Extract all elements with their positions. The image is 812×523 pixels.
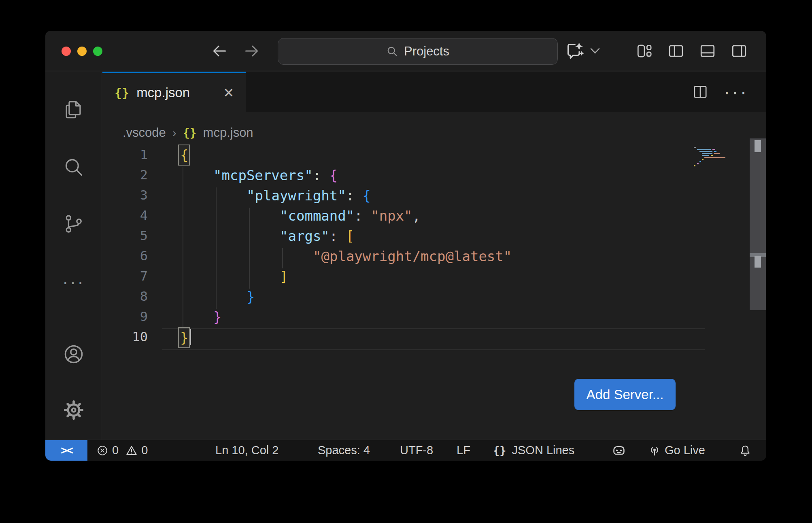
tab-bar[interactable]: {} mcp.json × ··· — [102, 72, 766, 112]
encoding-label: UTF-8 — [400, 444, 433, 457]
code-line[interactable]: 1{ — [102, 147, 766, 167]
search-label: Projects — [404, 44, 449, 59]
breadcrumb-folder[interactable]: .vscode — [123, 125, 166, 140]
code-line[interactable]: 8} — [102, 289, 766, 309]
arrow-left-icon — [210, 42, 228, 60]
eol-label: LF — [457, 444, 470, 457]
split-editor-icon — [692, 84, 708, 100]
minimap-line — [697, 163, 699, 164]
code-line[interactable]: 9} — [102, 309, 766, 329]
remote-icon: >< — [61, 444, 72, 457]
chevron-down-icon — [590, 46, 600, 56]
minimap-line — [714, 153, 720, 154]
scrollbar-slider[interactable] — [750, 138, 766, 310]
minimap-line — [694, 165, 695, 166]
eol-status[interactable]: LF — [457, 440, 470, 461]
sidebar-item-search[interactable] — [45, 152, 102, 183]
line-number: 8 — [102, 289, 148, 304]
code-text: "mcpServers": { — [213, 167, 338, 183]
vscode-window: Projects — [45, 31, 766, 461]
minimap[interactable] — [694, 147, 742, 171]
minimap-line — [712, 149, 715, 150]
overview-ruler-bracket-mark — [755, 140, 761, 152]
titlebar[interactable]: Projects — [45, 31, 766, 71]
code-line[interactable]: 7] — [102, 268, 766, 289]
code-editor[interactable]: 1{2"mcpServers": {3"playwright": {4"comm… — [102, 145, 766, 440]
code-line[interactable]: 10} — [102, 329, 766, 349]
breadcrumb: .vscode › {} mcp.json — [102, 112, 766, 145]
go-live-button[interactable]: Go Live — [648, 440, 705, 461]
line-number: 5 — [102, 228, 148, 243]
workbench: ··· {} — [45, 72, 766, 440]
files-icon — [63, 99, 85, 121]
settings-button[interactable] — [45, 395, 102, 425]
zoom-window-button[interactable] — [93, 47, 102, 56]
problems-status[interactable]: 0 0 — [96, 440, 148, 461]
customize-layout-button[interactable] — [636, 43, 653, 60]
editor-actions-more-button[interactable]: ··· — [724, 88, 748, 96]
tab-close-button[interactable]: × — [223, 84, 234, 101]
search-icon — [63, 156, 85, 178]
arrow-right-icon — [243, 42, 261, 60]
error-count: 0 — [112, 444, 119, 457]
copilot-status-button[interactable] — [610, 440, 627, 461]
line-number: 7 — [102, 268, 148, 284]
minimap-line — [711, 155, 713, 156]
minimap-line — [699, 151, 712, 152]
remote-indicator[interactable]: >< — [45, 440, 87, 461]
close-window-button[interactable] — [62, 47, 71, 56]
breadcrumb-file[interactable]: mcp.json — [203, 125, 253, 140]
search-icon — [386, 45, 398, 57]
back-button[interactable] — [210, 42, 228, 60]
layout-panel-icon — [699, 43, 716, 60]
desktop-background: Projects — [0, 0, 812, 523]
json-file-icon: {} — [115, 86, 129, 100]
cursor-position-status[interactable]: Ln 10, Col 2 — [215, 440, 278, 461]
layout-sidebar-right-icon — [731, 43, 748, 60]
toggle-primary-sidebar-button[interactable] — [667, 43, 684, 60]
indentation-status[interactable]: Spaces: 4 — [318, 440, 370, 461]
code-line[interactable]: 4"command": "npx", — [102, 208, 766, 228]
line-number: 4 — [102, 208, 148, 223]
language-mode-status[interactable]: {} JSON Lines — [493, 440, 574, 461]
toggle-panel-button[interactable] — [699, 43, 716, 60]
json-braces-icon: {} — [493, 444, 506, 457]
line-number: 2 — [102, 167, 148, 183]
code-text: ] — [280, 268, 288, 285]
sidebar-item-more[interactable]: ··· — [45, 267, 102, 298]
indentation-label: Spaces: 4 — [318, 444, 370, 457]
copilot-menu-button[interactable] — [590, 46, 600, 56]
code-text: } — [247, 289, 255, 305]
code-line[interactable]: 2"mcpServers": { — [102, 167, 766, 187]
code-text: } — [180, 329, 191, 346]
minimap-line — [702, 159, 704, 160]
editor-group: {} mcp.json × ··· .vscode › {} — [102, 72, 766, 440]
accounts-button[interactable] — [45, 339, 102, 370]
add-server-button[interactable]: Add Server... — [574, 379, 676, 410]
toggle-secondary-sidebar-button[interactable] — [731, 43, 748, 60]
code-line[interactable]: 6"@playwright/mcp@latest" — [102, 248, 766, 268]
forward-button[interactable] — [243, 42, 261, 60]
copilot-chat-button[interactable] — [564, 40, 585, 62]
minimap-line — [714, 151, 716, 152]
copilot-icon — [610, 442, 627, 459]
minimize-window-button[interactable] — [77, 47, 87, 56]
split-editor-button[interactable] — [692, 84, 708, 100]
code-line[interactable]: 3"playwright": { — [102, 187, 766, 208]
sidebar-item-explorer[interactable] — [45, 94, 102, 125]
code-line[interactable]: 5"args": [ — [102, 228, 766, 248]
sidebar-item-source-control[interactable] — [45, 208, 102, 239]
code-text: } — [213, 309, 221, 325]
command-center-search[interactable]: Projects — [278, 38, 558, 65]
line-number: 9 — [102, 309, 148, 324]
encoding-status[interactable]: UTF-8 — [400, 440, 433, 461]
more-icon: ··· — [62, 278, 85, 286]
notifications-button[interactable] — [738, 440, 752, 461]
tab-title: mcp.json — [136, 85, 190, 100]
code-text: "playwright": { — [247, 187, 371, 204]
activity-bar: ··· — [45, 72, 102, 440]
layout-sidebar-left-icon — [667, 43, 684, 60]
json-file-icon: {} — [183, 126, 197, 140]
tab-mcp-json[interactable]: {} mcp.json × — [102, 72, 246, 112]
cursor-position-label: Ln 10, Col 2 — [215, 444, 278, 457]
